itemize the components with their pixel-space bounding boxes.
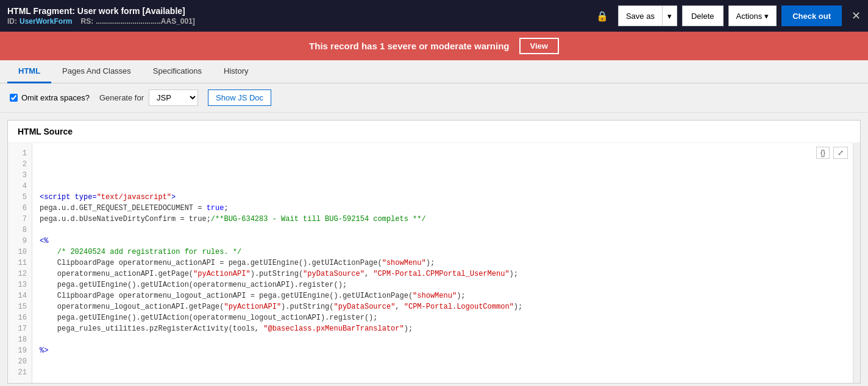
toolbar: Omit extra spaces? Generate for JSP JSP2… bbox=[0, 83, 868, 113]
code-line-16: pega.getUIEngine().getUIAction(operatorm… bbox=[40, 312, 845, 323]
code-line bbox=[40, 170, 845, 181]
view-button[interactable]: View bbox=[519, 38, 559, 54]
code-line-18 bbox=[40, 334, 845, 345]
html-source-section: HTML Source 1234 5678 9101112 13141516 1… bbox=[7, 120, 861, 384]
expand-code-button[interactable]: ⤢ bbox=[833, 147, 848, 159]
code-content[interactable]: <script type="text/javascript"> pega.u.d… bbox=[32, 143, 853, 383]
omit-spaces-text: Omit extra spaces? bbox=[21, 93, 90, 102]
omit-spaces-label[interactable]: Omit extra spaces? bbox=[10, 93, 90, 102]
code-line-14: ClipboardPage operatormenu_logout_action… bbox=[40, 290, 845, 301]
format-code-button[interactable]: {} bbox=[816, 147, 830, 159]
show-js-doc-button[interactable]: Show JS Doc bbox=[208, 89, 271, 106]
rs-label: RS: bbox=[80, 17, 93, 26]
code-line bbox=[40, 159, 845, 170]
tab-history[interactable]: History bbox=[213, 60, 259, 83]
code-line bbox=[40, 148, 845, 159]
tab-specifications[interactable]: Specifications bbox=[142, 60, 213, 83]
delete-button[interactable]: Delete bbox=[682, 5, 724, 26]
tab-html[interactable]: HTML bbox=[7, 60, 51, 83]
saveas-button[interactable]: Save as bbox=[618, 5, 663, 26]
code-line-20 bbox=[40, 356, 845, 367]
generate-select[interactable]: JSP JSP2 HTML5 bbox=[149, 89, 198, 106]
page-title: HTML Fragment: User work form [Available… bbox=[7, 6, 591, 16]
code-line-6: pega.u.d.GET_REQUEST_DELETEDOCUMENT = tr… bbox=[40, 203, 845, 214]
actions-button[interactable]: Actions ▾ bbox=[728, 5, 777, 26]
code-line-9: <% bbox=[40, 236, 845, 247]
id-value: UserWorkForm bbox=[20, 17, 72, 26]
close-button[interactable]: ✕ bbox=[852, 9, 861, 23]
generate-group: Generate for JSP JSP2 HTML5 bbox=[99, 89, 198, 106]
lock-icon: 🔒 bbox=[596, 10, 608, 22]
rs-value: ................................AAS_001] bbox=[96, 17, 195, 26]
line-numbers: 1234 5678 9101112 13141516 17181920 21 bbox=[8, 143, 32, 383]
warning-bar: This record has 1 severe or moderate war… bbox=[0, 32, 868, 60]
tab-pages-classes[interactable]: Pages And Classes bbox=[51, 60, 142, 83]
warning-message: This record has 1 severe or moderate war… bbox=[309, 41, 509, 51]
code-line-17: pega_rules_utilities.pzRegisterActivity(… bbox=[40, 323, 845, 334]
id-label: ID: bbox=[7, 17, 17, 26]
code-line bbox=[40, 181, 845, 192]
code-line-19: %> bbox=[40, 345, 845, 356]
html-source-title: HTML Source bbox=[8, 121, 860, 143]
code-line-7: pega.u.d.bUseNativeDirtyConfirm = true;/… bbox=[40, 214, 845, 225]
saveas-button-group: Save as ▾ bbox=[618, 5, 677, 26]
saveas-dropdown-button[interactable]: ▾ bbox=[663, 5, 677, 26]
omit-spaces-checkbox[interactable] bbox=[10, 94, 18, 102]
code-line-11: ClipboardPage operatormenu_actionAPI = p… bbox=[40, 258, 845, 268]
code-line-15: operatormenu_logout_actionAPI.getPage("p… bbox=[40, 301, 845, 312]
code-toolbar-right: {} ⤢ bbox=[816, 147, 848, 159]
checkout-button[interactable]: Check out bbox=[781, 5, 842, 26]
header-title-block: HTML Fragment: User work form [Available… bbox=[7, 6, 591, 26]
code-line-8 bbox=[40, 225, 845, 236]
generate-for-label: Generate for bbox=[99, 93, 144, 102]
code-line-12: operatormenu_actionAPI.getPage("pyAction… bbox=[40, 268, 845, 279]
code-line-10: /* 20240524 add registration for rules. … bbox=[40, 247, 845, 258]
code-line-21 bbox=[40, 367, 845, 378]
code-line-13: pega.getUIEngine().getUIAction(operatorm… bbox=[40, 279, 845, 290]
tabs-bar: HTML Pages And Classes Specifications Hi… bbox=[0, 60, 868, 83]
header-bar: HTML Fragment: User work form [Available… bbox=[0, 0, 868, 32]
vertical-scrollbar[interactable] bbox=[853, 143, 860, 383]
actions-label: Actions bbox=[736, 12, 763, 21]
actions-chevron-icon: ▾ bbox=[764, 12, 769, 21]
code-editor: 1234 5678 9101112 13141516 17181920 21 <… bbox=[8, 143, 860, 383]
code-line-5: <script type="text/javascript"> bbox=[40, 192, 845, 203]
